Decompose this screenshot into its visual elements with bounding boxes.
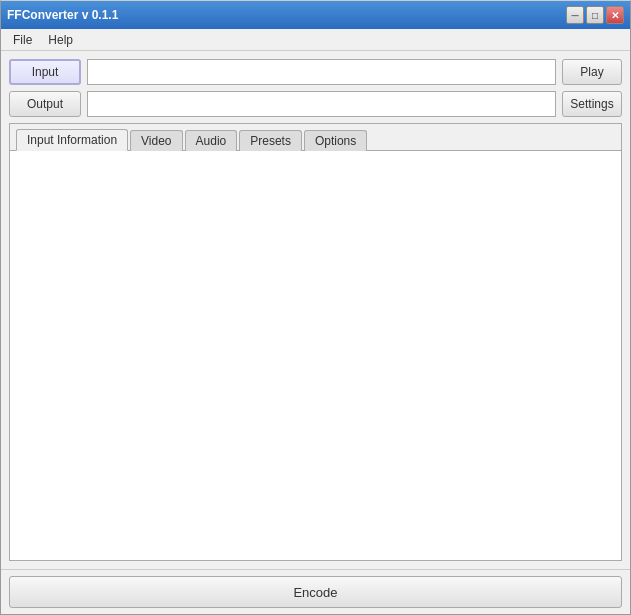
- tab-audio[interactable]: Audio: [185, 130, 238, 151]
- tabs-panel: Input Information Video Audio Presets Op…: [9, 123, 622, 561]
- minimize-button[interactable]: ─: [566, 6, 584, 24]
- title-bar-controls: ─ □ ✕: [566, 6, 624, 24]
- menu-file[interactable]: File: [5, 31, 40, 49]
- info-textarea[interactable]: [10, 151, 621, 560]
- maximize-button[interactable]: □: [586, 6, 604, 24]
- output-button[interactable]: Output: [9, 91, 81, 117]
- window-title: FFConverter v 0.1.1: [7, 8, 118, 22]
- close-button[interactable]: ✕: [606, 6, 624, 24]
- menu-help[interactable]: Help: [40, 31, 81, 49]
- settings-button[interactable]: Settings: [562, 91, 622, 117]
- textarea-container: [10, 151, 621, 560]
- play-button[interactable]: Play: [562, 59, 622, 85]
- title-bar: FFConverter v 0.1.1 ─ □ ✕: [1, 1, 630, 29]
- output-field[interactable]: [87, 91, 556, 117]
- tab-options[interactable]: Options: [304, 130, 367, 151]
- bottom-bar: Encode: [1, 569, 630, 614]
- tab-presets[interactable]: Presets: [239, 130, 302, 151]
- app-window: FFConverter v 0.1.1 ─ □ ✕ File Help Inpu…: [0, 0, 631, 615]
- encode-button[interactable]: Encode: [9, 576, 622, 608]
- tab-input-information[interactable]: Input Information: [16, 129, 128, 151]
- tabs-header: Input Information Video Audio Presets Op…: [10, 124, 621, 151]
- tabs-content: [10, 151, 621, 560]
- input-row: Input Play: [9, 59, 622, 85]
- main-content: Input Play Output Settings Input Informa…: [1, 51, 630, 569]
- tab-video[interactable]: Video: [130, 130, 182, 151]
- output-row: Output Settings: [9, 91, 622, 117]
- input-field[interactable]: [87, 59, 556, 85]
- input-button[interactable]: Input: [9, 59, 81, 85]
- menu-bar: File Help: [1, 29, 630, 51]
